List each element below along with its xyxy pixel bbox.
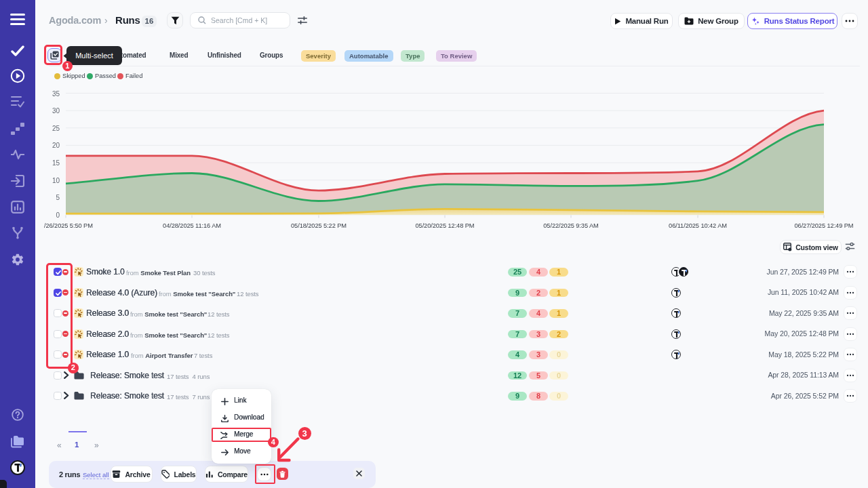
svg-text:05/18/2025 5:22 PM: 05/18/2025 5:22 PM	[291, 222, 347, 229]
svg-text:10: 10	[52, 177, 60, 184]
svg-text:04/28/2025 11:16 AM: 04/28/2025 11:16 AM	[163, 222, 221, 229]
svg-text:20: 20	[52, 142, 60, 149]
svg-text:35: 35	[52, 90, 60, 98]
svg-text:15: 15	[52, 159, 60, 167]
svg-text:06/27/2025 12:49 PM: 06/27/2025 12:49 PM	[794, 222, 853, 229]
svg-text:0: 0	[56, 211, 60, 219]
svg-text:/26/2025 5:50 PM: /26/2025 5:50 PM	[44, 222, 93, 229]
svg-text:05/20/2025 12:48 PM: 05/20/2025 12:48 PM	[415, 222, 474, 229]
svg-text:05/22/2025 9:35 AM: 05/22/2025 9:35 AM	[543, 222, 598, 229]
svg-text:25: 25	[52, 125, 60, 132]
svg-text:5: 5	[56, 194, 60, 201]
svg-text:06/11/2025 10:42 AM: 06/11/2025 10:42 AM	[669, 222, 727, 229]
svg-text:30: 30	[52, 107, 60, 115]
